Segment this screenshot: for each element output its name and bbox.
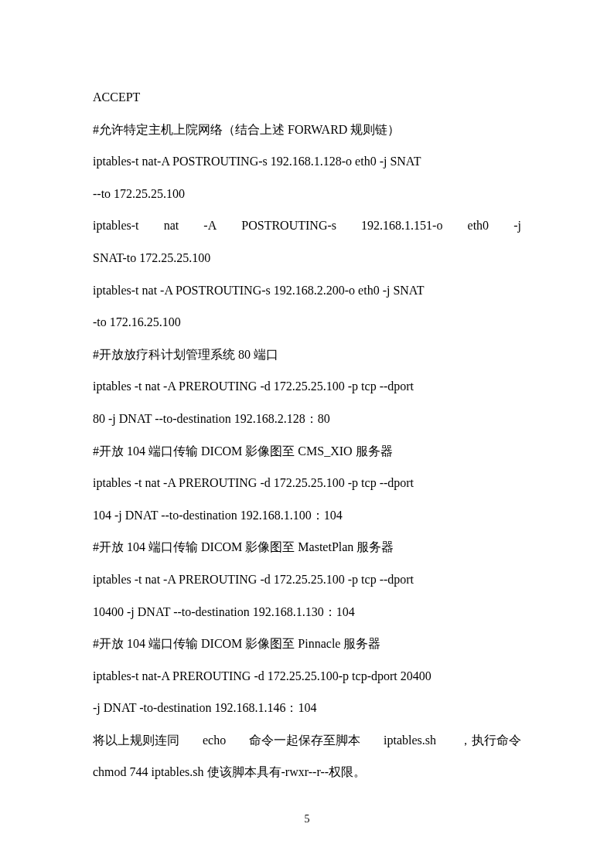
- document-line: #开放 104 端口传输 DICOM 影像图至 MastetPlan 服务器: [93, 531, 521, 563]
- document-line: iptables -t nat -A PREROUTING -d 172.25.…: [93, 563, 521, 596]
- document-line: 104 -j DNAT --to-destination 192.168.1.1…: [93, 499, 521, 532]
- document-line: -j DNAT -to-destination 192.168.1.146：10…: [93, 692, 521, 724]
- document-line: iptables -t nat -A PREROUTING -d 172.25.…: [93, 467, 521, 499]
- document-line: #开放 104 端口传输 DICOM 影像图至 Pinnacle 服务器: [93, 628, 521, 660]
- document-line: chmod 744 iptables.sh 使该脚本具有-rwxr--r--权限…: [93, 756, 521, 788]
- document-line: iptables-tnat-APOSTROUTING-s192.168.1.15…: [93, 209, 521, 242]
- document-line: iptables-t nat -A POSTROUTING-s 192.168.…: [93, 274, 521, 307]
- document-body: ACCEPT#允许特定主机上院网络（结合上述 FORWARD 规则链）iptab…: [0, 0, 614, 788]
- document-line: #开放放疗科计划管理系统 80 端口: [93, 339, 521, 371]
- document-line: SNAT-to 172.25.25.100: [93, 242, 521, 274]
- document-line: iptables -t nat -A PREROUTING -d 172.25.…: [93, 370, 521, 403]
- document-line: --to 172.25.25.100: [93, 178, 521, 210]
- document-line: #开放 104 端口传输 DICOM 影像图至 CMS_XIO 服务器: [93, 435, 521, 468]
- document-line: 10400 -j DNAT --to-destination 192.168.1…: [93, 596, 521, 628]
- document-line: 80 -j DNAT --to-destination 192.168.2.12…: [93, 403, 521, 435]
- page-number: 5: [0, 813, 614, 825]
- document-line: #允许特定主机上院网络（结合上述 FORWARD 规则链）: [93, 114, 521, 146]
- document-line: 将以上规则连同echo命令一起保存至脚本iptables.sh，执行命令: [93, 724, 521, 757]
- document-line: -to 172.16.25.100: [93, 306, 521, 339]
- document-line: iptables-t nat-A POSTROUTING-s 192.168.1…: [93, 145, 521, 178]
- document-line: iptables-t nat-A PREROUTING -d 172.25.25…: [93, 660, 521, 693]
- document-line: ACCEPT: [93, 81, 521, 114]
